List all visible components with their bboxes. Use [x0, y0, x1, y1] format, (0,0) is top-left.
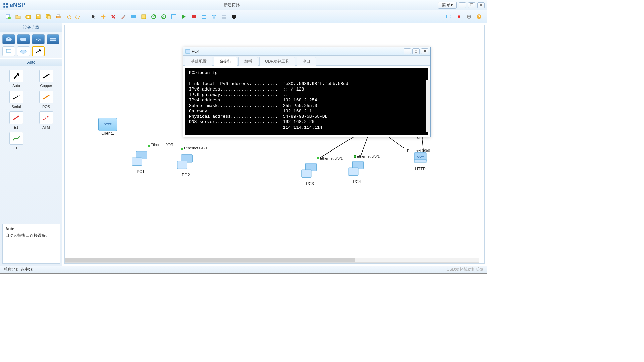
cat-pc-icon[interactable]: [2, 46, 15, 56]
saveas-icon[interactable]: [44, 12, 53, 21]
node-label: HTTP: [415, 167, 425, 171]
maximize-button[interactable]: ❐: [468, 2, 475, 8]
svg-rect-13: [142, 15, 146, 19]
text-icon[interactable]: •••: [129, 12, 138, 21]
svg-text:R: R: [8, 38, 10, 41]
svg-rect-27: [232, 15, 236, 18]
node-client1[interactable]: HTTP Client1: [98, 118, 117, 136]
canvas[interactable]: HTTP Client1 PC1 Ethernet 0/0/1 PC2 Ethe…: [62, 23, 487, 266]
undo-icon[interactable]: [64, 12, 73, 21]
tab-serial[interactable]: 串口: [297, 57, 316, 66]
port-dot: [148, 145, 150, 147]
start-icon[interactable]: [179, 12, 188, 21]
capture-icon[interactable]: [200, 12, 208, 21]
cable-pos[interactable]: POS: [36, 90, 56, 109]
cable-auto[interactable]: Auto: [6, 70, 26, 88]
message-icon[interactable]: [444, 12, 453, 21]
svg-rect-5: [37, 15, 39, 16]
terminal-window[interactable]: PC4 — □ ✕ 基础配置 命令行 组播 UDP发包工具 串口 PC>ipco…: [183, 47, 431, 137]
broom-icon[interactable]: [119, 12, 128, 21]
svg-line-46: [43, 116, 49, 120]
open-icon[interactable]: [14, 12, 22, 21]
status-total-value: 10: [14, 267, 18, 272]
port-label-pc1: Ethernet 0/0/1: [151, 143, 174, 147]
svg-rect-18: [202, 15, 206, 18]
cat-cloud-icon[interactable]: [17, 46, 30, 56]
svg-point-31: [468, 16, 470, 17]
pc-icon: [175, 153, 196, 173]
zoom-fit-icon[interactable]: [169, 12, 178, 21]
grid-icon[interactable]: [220, 12, 228, 21]
svg-rect-7: [47, 16, 51, 19]
pc-icon: [346, 160, 367, 179]
tab-multicast[interactable]: 组播: [238, 57, 258, 66]
node-label: Client1: [101, 131, 114, 136]
terminal-close-button[interactable]: ✕: [421, 48, 428, 54]
node-pc4[interactable]: PC4: [346, 160, 367, 184]
cable-serial[interactable]: Serial: [6, 90, 26, 109]
cable-e1[interactable]: E1: [6, 111, 26, 129]
svg-rect-26: [224, 17, 226, 19]
svg-rect-65: [414, 160, 426, 162]
cable-copper[interactable]: Copper: [36, 70, 56, 88]
tab-basic-config[interactable]: 基础配置: [185, 57, 212, 66]
snapshot-icon[interactable]: [24, 12, 33, 21]
node-label: PC4: [353, 179, 361, 184]
refresh-out-icon[interactable]: [149, 12, 158, 21]
cat-firewall-icon[interactable]: [47, 34, 59, 44]
pc-icon: [300, 162, 320, 181]
cat-switch-icon[interactable]: [17, 34, 30, 44]
status-bar: 总数: 10 选中: 0 CSD发起帮助和反馈: [0, 266, 487, 273]
note-icon[interactable]: [139, 12, 148, 21]
refresh-in-icon[interactable]: [159, 12, 168, 21]
node-pc1[interactable]: PC1: [130, 149, 151, 174]
new-icon[interactable]: [4, 12, 12, 21]
terminal-minimize-button[interactable]: —: [404, 48, 411, 54]
node-pc3[interactable]: PC3: [300, 162, 320, 186]
cat-wlan-icon[interactable]: [32, 34, 45, 44]
svg-rect-24: [224, 15, 226, 16]
pointer-icon[interactable]: [89, 12, 98, 21]
tab-udp[interactable]: UDP发包工具: [259, 57, 295, 66]
terminal-maximize-button[interactable]: □: [412, 48, 420, 54]
stop-icon[interactable]: [190, 12, 198, 21]
terminal-titlebar[interactable]: PC4 — □ ✕: [183, 47, 430, 56]
svg-rect-17: [192, 15, 196, 18]
watermark: CSD发起帮助和反馈: [447, 267, 483, 273]
topology-icon[interactable]: [210, 12, 218, 21]
pan-icon[interactable]: [99, 12, 108, 21]
canvas-hscrollbar[interactable]: [65, 258, 479, 263]
svg-rect-25: [222, 17, 224, 19]
port-label-pc4: Ethernet 0/0/1: [357, 154, 380, 158]
toolbar: ••• ?: [0, 10, 487, 23]
document-title: 新建拓扑: [25, 2, 438, 8]
screen-icon[interactable]: [230, 12, 238, 21]
cat-cable-icon[interactable]: [32, 46, 45, 56]
huawei-icon[interactable]: [454, 12, 463, 21]
terminal-output[interactable]: PC>ipconfig Link local IPv6 address.....…: [185, 68, 428, 135]
node-label: PC1: [137, 169, 144, 174]
settings-icon[interactable]: [465, 12, 473, 21]
svg-rect-29: [446, 15, 451, 18]
node-label: PC3: [306, 181, 314, 186]
minimize-button[interactable]: —: [459, 2, 466, 8]
help-icon[interactable]: ?: [475, 12, 483, 21]
cable-panel-title: Auto: [0, 58, 62, 66]
cable-atm[interactable]: ATM: [36, 111, 56, 129]
cable-ctl[interactable]: CTL: [6, 132, 26, 150]
cat-router-icon[interactable]: R: [2, 34, 15, 44]
tab-cli[interactable]: 命令行: [214, 57, 237, 66]
app-logo: eNSP: [2, 2, 25, 9]
delete-icon[interactable]: [109, 12, 118, 21]
svg-point-41: [20, 50, 26, 53]
close-button[interactable]: ✕: [477, 2, 485, 8]
svg-line-44: [43, 95, 49, 99]
svg-rect-36: [20, 38, 26, 41]
svg-rect-10: [124, 15, 126, 17]
main-menu-button[interactable]: 菜 单▾: [438, 2, 457, 9]
save-icon[interactable]: [34, 12, 43, 21]
redo-icon[interactable]: [74, 12, 83, 21]
terminal-scrollbar[interactable]: [426, 80, 430, 132]
node-pc2[interactable]: PC2: [175, 153, 196, 177]
print-icon[interactable]: [54, 12, 63, 21]
